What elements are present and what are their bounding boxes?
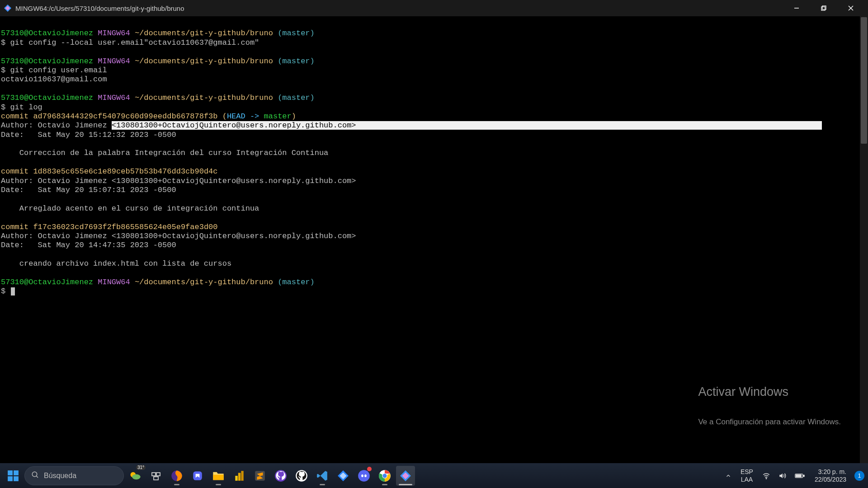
start-button[interactable] [4,466,23,486]
commit-msg: creando archivo index.html con lista de … [1,259,231,268]
github-light-button[interactable] [292,466,311,486]
volume-icon[interactable] [777,472,788,480]
prompt-host: MINGW64 [98,94,130,102]
chrome-button[interactable] [375,466,394,486]
prompt-branch: (master) [278,29,315,38]
titlebar[interactable]: MINGW64:/c/Users/57310/documents/git-y-g… [0,0,868,16]
search-input[interactable]: Búsqueda [24,466,124,485]
svg-rect-10 [14,476,19,481]
prompt-path: ~/documents/git-y-github/bruno [135,94,273,102]
svg-rect-3 [821,7,825,10]
terminal-area[interactable]: 57310@OctavioJimenez MINGW64 ~/documents… [0,16,868,463]
weather-temp: 31° [136,465,146,470]
scrollbar[interactable] [860,16,868,463]
prompt-dollar: $ [1,287,10,296]
battery-icon[interactable] [793,473,807,479]
commit-author: Author: Octavio Jimenez <130801300+Octav… [1,177,356,185]
taskbar[interactable]: Búsqueda 31° [0,463,868,488]
github-dark-button[interactable] [271,466,290,486]
system-tray[interactable]: ESP LAA 3:20 p. m. 22/05/2023 1 [723,468,864,483]
wifi-icon[interactable] [760,472,772,480]
output-line: octavio110637@gmail.com [1,75,107,84]
clock[interactable]: 3:20 p. m. 22/05/2023 [811,468,850,483]
prompt-branch: (master) [278,278,315,286]
commit-hash: ad79683444329cf54079c60d99eeddb667878f3b [33,112,217,121]
prompt-dollar: $ [1,103,10,112]
ref-open: ( [218,112,227,121]
svg-rect-16 [156,473,160,476]
highlight-fill [356,121,822,130]
github-light-icon [295,469,308,483]
svg-rect-41 [796,474,801,477]
svg-rect-40 [803,475,805,476]
prompt-branch: (master) [278,57,315,66]
powerbi-button[interactable] [230,466,249,486]
tray-chevron-icon[interactable] [723,473,733,479]
vscode-button[interactable] [313,466,332,486]
diamond-icon [336,469,350,483]
weather-widget[interactable]: 31° [126,466,145,486]
commit-date: Date: Sat May 20 15:07:31 2023 -0500 [1,186,176,194]
svg-rect-15 [152,473,156,476]
sublime-button[interactable] [250,466,269,486]
svg-marker-38 [779,473,783,478]
author-email-highlighted: <130801300+OctaviojQuintero@users.norepl… [112,121,356,130]
minimize-button[interactable] [783,0,810,16]
diamond-app-icon [399,469,412,483]
svg-point-31 [364,474,367,477]
svg-point-11 [32,472,37,477]
file-explorer-button[interactable] [209,466,228,486]
svg-point-34 [382,474,387,478]
chat-app-button[interactable] [188,466,207,486]
prompt-branch: (master) [278,94,315,102]
windows-activation-watermark: Activar Windows Ve a Configuración para … [698,366,841,445]
search-placeholder: Búsqueda [44,472,76,480]
task-view-icon [149,469,163,483]
svg-point-37 [766,478,767,479]
maximize-button[interactable] [810,0,837,16]
firefox-icon [170,469,184,483]
powerbi-icon [232,469,246,483]
windows-icon [6,469,20,483]
watermark-subtitle: Ve a Configuración para activar Windows. [698,418,841,427]
folder-icon [212,469,225,483]
weather-icon [128,469,142,483]
cmd-line: git config user.email [10,66,107,75]
svg-rect-7 [8,470,13,475]
discord-button[interactable] [354,466,373,486]
commit-msg: Correccion de la palabra Integración del… [1,149,328,157]
svg-line-12 [36,476,38,478]
task-view-button[interactable] [146,466,165,486]
ref-close: ) [292,112,296,121]
notification-badge[interactable]: 1 [854,471,864,481]
cursor [11,287,15,296]
svg-point-30 [361,474,363,477]
svg-rect-17 [154,477,158,480]
prompt-host: MINGW64 [98,278,130,286]
app-icon [4,4,12,12]
prompt-user: 57310@OctavioJimenez [1,278,93,286]
prompt-user: 57310@OctavioJimenez [1,29,93,38]
svg-rect-22 [238,473,241,480]
search-icon [31,471,39,481]
prompt-dollar: $ [1,66,10,75]
close-button[interactable] [837,0,864,16]
sourcetree-button[interactable] [334,466,353,486]
notification-dot [367,467,372,471]
commit-msg: Arreglado acento en el curso de integrac… [1,204,259,213]
prompt-user: 57310@OctavioJimenez [1,57,93,66]
lang-line1: ESP [741,468,753,475]
mingw-terminal-button[interactable] [396,466,415,486]
svg-rect-8 [14,470,19,475]
watermark-title: Activar Windows [698,385,841,399]
prompt-path: ~/documents/git-y-github/bruno [135,57,273,66]
commit-hash-label: commit [1,112,33,121]
firefox-button[interactable] [167,466,186,486]
prompt-path: ~/documents/git-y-github/bruno [135,29,273,38]
chat-icon [191,469,204,483]
commit-hash: f17c36023cd7693f2fb865585624e05e9fae3d00 [33,223,217,231]
language-indicator[interactable]: ESP LAA [738,468,756,483]
scrollbar-thumb[interactable] [861,17,867,144]
clock-time: 3:20 p. m. [815,468,846,475]
sublime-icon [253,469,267,483]
